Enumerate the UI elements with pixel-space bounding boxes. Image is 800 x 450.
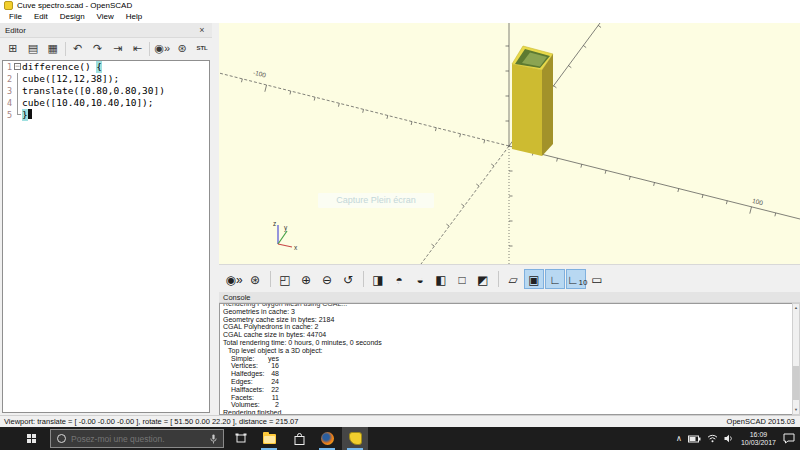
console-line: CGAL cache size in bytes: 44704 — [223, 331, 792, 339]
new-file-button[interactable]: ⊞ — [3, 40, 23, 57]
console-line: Total rendering time: 0 hours, 0 minutes… — [223, 339, 792, 347]
x-axis-negative-scale-label: -100 — [252, 69, 267, 79]
code-editor[interactable]: 1 – difference() { 2 cube([12,12,38]); 3… — [2, 60, 210, 413]
indent-button[interactable]: ⇥ — [108, 40, 128, 57]
scrollbar-thumb[interactable] — [793, 366, 799, 400]
window-title: Cuve spectro.scad - OpenSCAD — [17, 0, 132, 11]
viewport-3d[interactable]: 100 -100 Capture Plein écran z y x — [219, 23, 800, 264]
action-center-icon[interactable] — [783, 433, 795, 444]
status-bar: Viewport: translate = [ -0.00 -0.00 -0.0… — [0, 415, 800, 427]
console-log[interactable]: Rendering Polygon Mesh using CGAL... Geo… — [219, 303, 792, 415]
taskbar-clock[interactable]: 16:09 10/03/2017 — [741, 431, 776, 447]
menu-help[interactable]: Help — [120, 11, 148, 23]
fold-guide-end — [13, 109, 22, 121]
windows-store-button[interactable] — [286, 427, 312, 450]
zoom-all-button[interactable]: ◰ — [275, 269, 295, 289]
task-view-icon — [235, 433, 247, 444]
view-front-button[interactable]: □ — [452, 269, 472, 289]
cortana-search-box[interactable] — [50, 429, 224, 448]
cortana-icon — [57, 434, 66, 443]
view-back-button[interactable]: ◩ — [473, 269, 493, 289]
console-stat-row: Facets:11 — [223, 394, 792, 402]
code-line: 4 cube([10.40,10.40,10]); — [3, 97, 209, 109]
line-number: 5 — [3, 109, 13, 121]
scroll-up-icon[interactable]: ▲ — [793, 304, 799, 312]
axis-indicator: z y x — [259, 218, 299, 258]
console-stat-row: Vertices:16 — [223, 362, 792, 370]
scroll-down-icon[interactable]: ▼ — [793, 406, 799, 414]
openscad-taskbar-button[interactable] — [342, 427, 368, 450]
menu-design[interactable]: Design — [54, 11, 91, 23]
toolbar-separator — [363, 271, 364, 287]
x-axis-scale-label: 100 — [751, 197, 764, 207]
axis-label-z: z — [273, 220, 276, 227]
line-number: 1 — [3, 61, 13, 73]
console-stat-row: Edges:24 — [223, 378, 792, 386]
console-panel-title: Console — [223, 292, 251, 303]
editor-panel-title: Editor — [5, 23, 26, 38]
console-stat-row: Volumes:2 — [223, 401, 792, 409]
microphone-icon[interactable] — [210, 434, 217, 444]
task-view-button[interactable] — [228, 427, 254, 450]
menu-view[interactable]: View — [91, 11, 120, 23]
line-number: 3 — [3, 85, 13, 97]
preview-button[interactable]: ◉» — [224, 269, 244, 289]
speaker-icon[interactable] — [724, 434, 734, 443]
view-top-button[interactable]: ◓ — [389, 269, 409, 289]
fold-guide — [13, 73, 22, 85]
undo-button[interactable]: ↶ — [68, 40, 88, 57]
store-bag-icon — [294, 433, 305, 445]
menu-edit[interactable]: Edit — [28, 11, 54, 23]
system-tray: ∧ 16:09 10/03/2017 — [673, 427, 798, 450]
preview-button[interactable]: ◉» — [152, 40, 172, 57]
tray-expand-icon[interactable]: ∧ — [676, 434, 682, 443]
toolbar-separator — [498, 271, 499, 287]
zoom-out-button[interactable]: ⊖ — [317, 269, 337, 289]
console-panel: Console Rendering Polygon Mesh using CGA… — [219, 292, 800, 415]
save-file-button[interactable]: ▦ — [43, 40, 63, 57]
wifi-icon[interactable] — [707, 434, 718, 443]
menu-bar: File Edit Design View Help — [0, 11, 800, 23]
start-button[interactable] — [14, 427, 50, 450]
orthographic-button[interactable]: ▣ — [524, 269, 544, 289]
reset-view-button[interactable]: ↺ — [338, 269, 358, 289]
editor-panel: Editor × ⊞ ▤ ▦ ↶ ↷ ⇥ ⇤ ◉» ⊛ STL 1 – diff… — [0, 23, 212, 415]
file-explorer-button[interactable] — [256, 427, 282, 450]
console-line: CGAL Polyhedrons in cache: 2 — [223, 323, 792, 331]
redo-button[interactable]: ↷ — [88, 40, 108, 57]
view-bottom-button[interactable]: ◒ — [410, 269, 430, 289]
code-text: cube([10.40,10.40,10]); — [22, 97, 154, 109]
windows-logo-icon — [27, 434, 37, 444]
code-line: 2 cube([12,12,38]); — [3, 73, 209, 85]
code-line: 1 – difference() { — [3, 61, 209, 73]
show-edges-button[interactable]: ▭ — [587, 269, 607, 289]
viewport-toolbar: ◉» ⊛ ◰ ⊕ ⊖ ↺ ◨ ◓ ◒ ◧ □ ◩ ▱ ▣ ∟ ∟₁₀ ▭ — [219, 264, 800, 292]
text-cursor — [28, 109, 32, 119]
zoom-in-button[interactable]: ⊕ — [296, 269, 316, 289]
screenshot-ghost-button: Capture Plein écran — [318, 193, 434, 208]
export-stl-button[interactable]: STL — [192, 40, 212, 57]
firefox-icon — [321, 432, 334, 445]
close-icon[interactable]: × — [196, 24, 208, 36]
view-left-button[interactable]: ◧ — [431, 269, 451, 289]
menu-file[interactable]: File — [3, 11, 28, 23]
unindent-button[interactable]: ⇤ — [127, 40, 147, 57]
title-bar[interactable]: Cuve spectro.scad - OpenSCAD — [0, 0, 800, 11]
openscad-logo-icon — [4, 1, 13, 10]
show-scale-markers-button[interactable]: ∟₁₀ — [566, 269, 586, 289]
console-line: Top level object is a 3D object: — [223, 347, 792, 355]
view-right-button[interactable]: ◨ — [368, 269, 388, 289]
show-axes-button[interactable]: ∟ — [545, 269, 565, 289]
battery-icon[interactable] — [688, 435, 701, 443]
render-button[interactable]: ⊛ — [245, 269, 265, 289]
openscad-window: Cuve spectro.scad - OpenSCAD File Edit D… — [0, 0, 800, 450]
axes-group — [219, 23, 800, 264]
console-scrollbar[interactable]: ▲ ▼ — [792, 303, 800, 415]
render-button[interactable]: ⊛ — [172, 40, 192, 57]
search-input[interactable] — [71, 434, 210, 444]
viewport-canvas: 100 -100 — [219, 23, 800, 264]
fold-marker-icon[interactable]: – — [13, 61, 22, 73]
firefox-button[interactable] — [314, 427, 340, 450]
open-file-button[interactable]: ▤ — [23, 40, 43, 57]
perspective-button[interactable]: ▱ — [503, 269, 523, 289]
